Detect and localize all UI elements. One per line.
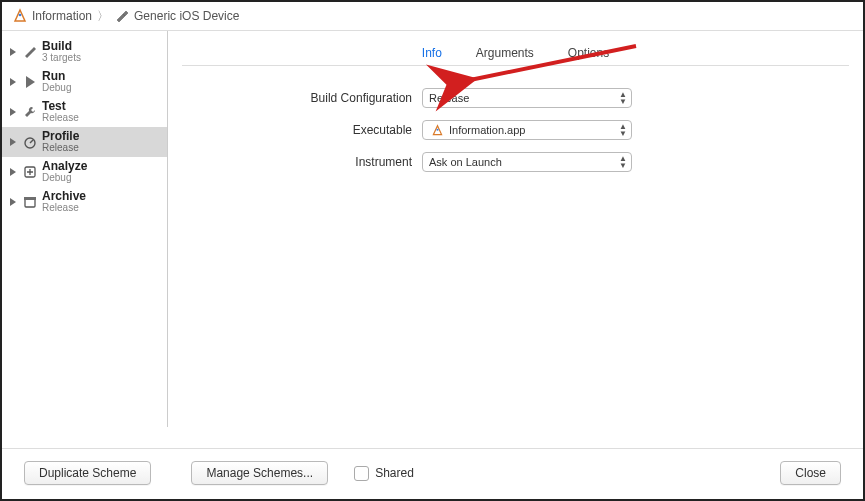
breadcrumb-project-label: Information bbox=[32, 9, 92, 23]
breadcrumb-target-label: Generic iOS Device bbox=[134, 9, 239, 23]
sidebar-item-build[interactable]: Build 3 targets bbox=[2, 37, 167, 67]
tab-arguments[interactable]: Arguments bbox=[468, 42, 542, 64]
gauge-icon bbox=[22, 134, 38, 150]
scheme-editor-window: { "breadcrumb": { "project": "Informatio… bbox=[0, 0, 865, 501]
executable-label: Executable bbox=[182, 123, 422, 137]
wrench-icon bbox=[22, 104, 38, 120]
disclosure-icon bbox=[10, 198, 16, 206]
sidebar-item-subtitle: Debug bbox=[42, 173, 87, 184]
sidebar-item-subtitle: Release bbox=[42, 113, 79, 124]
stepper-icon: ▲▼ bbox=[619, 123, 627, 137]
app-icon bbox=[429, 124, 445, 137]
analyze-icon bbox=[22, 164, 38, 180]
disclosure-icon bbox=[10, 78, 16, 86]
executable-select[interactable]: Information.app ▲▼ bbox=[422, 120, 632, 140]
breadcrumb-project[interactable]: Information bbox=[12, 8, 92, 24]
shared-checkbox[interactable]: Shared bbox=[354, 466, 414, 481]
svg-rect-3 bbox=[25, 199, 35, 207]
build-configuration-label: Build Configuration bbox=[182, 91, 422, 105]
main-panel: Info Arguments Options Build Configurati… bbox=[168, 31, 863, 427]
archive-icon bbox=[22, 194, 38, 210]
build-configuration-select[interactable]: Release ▲▼ bbox=[422, 88, 632, 108]
disclosure-icon bbox=[10, 168, 16, 176]
instrument-label: Instrument bbox=[182, 155, 422, 169]
disclosure-icon bbox=[10, 138, 16, 146]
scheme-action-list: Build 3 targets Run Debug Test Release bbox=[2, 31, 168, 427]
shared-label: Shared bbox=[375, 466, 414, 480]
stepper-icon: ▲▼ bbox=[619, 91, 627, 105]
build-configuration-value: Release bbox=[429, 92, 469, 104]
build-icon bbox=[22, 44, 38, 60]
play-icon bbox=[22, 74, 38, 90]
sidebar-item-analyze[interactable]: Analyze Debug bbox=[2, 157, 167, 187]
disclosure-icon bbox=[10, 108, 16, 116]
duplicate-scheme-button[interactable]: Duplicate Scheme bbox=[24, 461, 151, 485]
svg-point-5 bbox=[436, 128, 438, 130]
breadcrumb-target[interactable]: Generic iOS Device bbox=[114, 8, 239, 24]
svg-rect-4 bbox=[24, 197, 36, 200]
sidebar-item-test[interactable]: Test Release bbox=[2, 97, 167, 127]
app-icon bbox=[12, 8, 28, 24]
tab-info[interactable]: Info bbox=[414, 42, 450, 64]
tab-bar: Info Arguments Options bbox=[182, 41, 849, 66]
breadcrumb: Information 〉 Generic iOS Device bbox=[2, 2, 863, 30]
sidebar-item-subtitle: Debug bbox=[42, 83, 71, 94]
sidebar-item-archive[interactable]: Archive Release bbox=[2, 187, 167, 217]
sidebar-item-subtitle: Release bbox=[42, 143, 79, 154]
sidebar-item-profile[interactable]: Profile Release bbox=[2, 127, 167, 157]
instrument-select[interactable]: Ask on Launch ▲▼ bbox=[422, 152, 632, 172]
checkbox-icon bbox=[354, 466, 369, 481]
hammer-icon bbox=[114, 8, 130, 24]
executable-value: Information.app bbox=[449, 124, 525, 136]
tab-options[interactable]: Options bbox=[560, 42, 617, 64]
disclosure-icon bbox=[10, 48, 16, 56]
manage-schemes-button[interactable]: Manage Schemes... bbox=[191, 461, 328, 485]
sidebar-item-subtitle: 3 targets bbox=[42, 53, 81, 64]
sidebar-item-run[interactable]: Run Debug bbox=[2, 67, 167, 97]
profile-info-form: Build Configuration Release ▲▼ Executabl… bbox=[182, 82, 849, 178]
footer-bar: Duplicate Scheme Manage Schemes... Share… bbox=[2, 448, 863, 499]
chevron-right-icon: 〉 bbox=[97, 8, 109, 25]
stepper-icon: ▲▼ bbox=[619, 155, 627, 169]
sidebar-item-subtitle: Release bbox=[42, 203, 86, 214]
svg-point-0 bbox=[19, 14, 22, 17]
instrument-value: Ask on Launch bbox=[429, 156, 502, 168]
close-button[interactable]: Close bbox=[780, 461, 841, 485]
